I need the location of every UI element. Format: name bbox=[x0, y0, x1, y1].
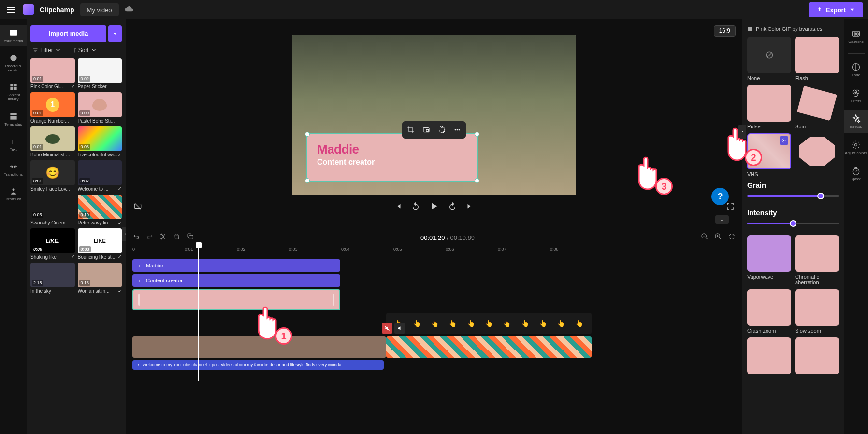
effect-slow-zoom[interactable]: Slow zoom bbox=[795, 289, 839, 334]
audio-track[interactable]: ♪ Welcome to my YouTube channel. I post … bbox=[132, 360, 742, 370]
detach-audio-icon[interactable] bbox=[382, 323, 392, 334]
wavy-clip[interactable] bbox=[386, 336, 592, 358]
effect-vaporwave[interactable]: Vaporwave bbox=[747, 235, 791, 285]
redo-icon[interactable] bbox=[146, 233, 154, 242]
skip-back-icon[interactable] bbox=[394, 202, 403, 212]
audio-clip[interactable]: ♪ Welcome to my YouTube channel. I post … bbox=[132, 360, 384, 370]
effect-flash[interactable]: Flash bbox=[795, 37, 839, 81]
media-item[interactable]: 10:01Orange Number... bbox=[30, 92, 75, 123]
caption-toggle-icon[interactable] bbox=[133, 202, 142, 212]
aspect-ratio-button[interactable]: 16:9 bbox=[714, 25, 736, 37]
media-item[interactable]: 0:02Paper Sticker bbox=[78, 58, 122, 89]
rail-captions[interactable]: CC Captions bbox=[844, 25, 868, 48]
intensity-slider[interactable] bbox=[747, 220, 839, 227]
svg-rect-7 bbox=[10, 116, 14, 120]
rail-your-media[interactable]: Your media bbox=[0, 25, 27, 46]
media-item[interactable]: 0:07Welcome to ...✓ bbox=[78, 160, 122, 191]
export-label: Export bbox=[826, 6, 846, 14]
rail-record[interactable]: Record & create bbox=[0, 50, 27, 76]
media-item[interactable]: LIKE.0:06Shaking like✓ bbox=[30, 228, 75, 259]
rail-fade[interactable]: Fade bbox=[844, 58, 868, 82]
media-item[interactable]: 0:01Boho Minimalist ... bbox=[30, 126, 75, 157]
media-item[interactable]: 0:05Swooshy Cinem... bbox=[30, 195, 75, 225]
timecode: 00:01.20 / 00:10.89 bbox=[420, 234, 475, 241]
zoom-out-icon[interactable] bbox=[701, 233, 709, 242]
zoom-in-icon[interactable] bbox=[714, 233, 722, 242]
collapse-preview-icon[interactable]: ⌄ bbox=[715, 215, 729, 224]
rail-speed[interactable]: Speed bbox=[844, 162, 868, 185]
effect-none[interactable]: None bbox=[747, 37, 791, 81]
cloud-sync-icon[interactable] bbox=[125, 4, 133, 15]
delete-icon[interactable] bbox=[173, 233, 181, 242]
filter-button[interactable]: Filter bbox=[32, 47, 61, 54]
text-track[interactable]: T Content creator bbox=[132, 274, 742, 287]
media-item[interactable]: 😊0:01Smiley Face Lov... bbox=[30, 160, 75, 191]
skip-forward-icon[interactable] bbox=[465, 202, 474, 212]
playhead[interactable] bbox=[198, 246, 199, 381]
effect-item[interactable] bbox=[795, 337, 839, 374]
media-item[interactable]: LIKE0:03Bouncing like sti...✓ bbox=[78, 228, 122, 259]
media-item[interactable]: 0:00Pastel Boho Sti... bbox=[78, 92, 122, 123]
title-card-overlay[interactable]: Maddie Content creator bbox=[306, 133, 478, 182]
rail-filters[interactable]: Filters bbox=[844, 84, 868, 108]
rail-effects[interactable]: Effects bbox=[844, 110, 868, 133]
preview-canvas[interactable]: Maddie Content creator bbox=[292, 35, 576, 195]
import-dropdown[interactable] bbox=[108, 25, 122, 42]
title-text: Maddie bbox=[317, 142, 467, 157]
duplicate-icon[interactable] bbox=[187, 233, 194, 242]
effect-spin[interactable]: Spin bbox=[795, 85, 839, 129]
timeline-ruler[interactable]: 0 0:01 0:02 0:03 0:04 0:05 0:06 0:07 0:0… bbox=[132, 246, 742, 256]
media-item[interactable]: 0:08Live colourful wa...✓ bbox=[78, 126, 122, 157]
like-clip[interactable]: 👆👆👆👆👆👆👆👆👆👆👆 bbox=[386, 313, 592, 334]
pip-icon[interactable] bbox=[420, 124, 432, 136]
grain-slider[interactable] bbox=[747, 192, 839, 200]
effect-chromatic[interactable]: Chromatic aberration bbox=[795, 235, 839, 285]
gif-clip-selected[interactable] bbox=[132, 289, 340, 310]
tutorial-hand-3: 3 bbox=[634, 152, 668, 193]
rail-brand-kit[interactable]: Brand kit bbox=[0, 183, 27, 205]
fullscreen-icon[interactable] bbox=[726, 202, 735, 212]
overlay-track-2[interactable]: 👆👆👆👆👆👆👆👆👆👆👆 bbox=[132, 313, 742, 334]
audio-mute-icon[interactable] bbox=[394, 323, 405, 334]
preview-area: 16:9 Maddie Content creator bbox=[126, 19, 742, 229]
fit-icon[interactable] bbox=[728, 233, 736, 242]
rotate-icon[interactable] bbox=[436, 124, 448, 136]
left-rail: Your media Record & create Content libra… bbox=[0, 19, 27, 434]
svg-rect-19 bbox=[189, 235, 193, 239]
effect-item[interactable] bbox=[747, 337, 791, 374]
text-track[interactable]: T Maddie bbox=[132, 259, 742, 272]
svg-point-15 bbox=[459, 129, 460, 130]
split-icon[interactable] bbox=[159, 233, 167, 242]
media-item[interactable]: 0:01Pink Color Gl...✓ bbox=[30, 58, 75, 89]
overlay-track[interactable] bbox=[132, 289, 742, 310]
text-icon: T bbox=[137, 263, 143, 268]
rail-adjust-colors[interactable]: Adjust colors bbox=[844, 136, 868, 159]
sort-button[interactable]: Sort bbox=[71, 47, 97, 54]
project-tab[interactable]: My video bbox=[80, 3, 119, 16]
text-clip[interactable]: T Maddie bbox=[132, 259, 340, 272]
effect-pulse[interactable]: Pulse bbox=[747, 85, 791, 129]
play-icon[interactable] bbox=[429, 201, 439, 213]
forward-icon[interactable] bbox=[448, 202, 457, 212]
rail-templates[interactable]: Templates bbox=[0, 109, 27, 130]
rail-transitions[interactable]: Transitions bbox=[0, 159, 27, 180]
rail-content-library[interactable]: Content library bbox=[0, 79, 27, 105]
svg-point-17 bbox=[161, 234, 162, 235]
effect-crash-zoom[interactable]: Crash zoom bbox=[747, 289, 791, 334]
media-item[interactable]: 2:18In the sky bbox=[30, 263, 75, 294]
topbar: Clipchamp My video Export bbox=[0, 0, 868, 19]
video-track[interactable] bbox=[132, 336, 742, 358]
crop-icon[interactable] bbox=[405, 124, 417, 136]
undo-icon[interactable] bbox=[132, 233, 140, 242]
import-media-button[interactable]: Import media bbox=[30, 25, 106, 42]
rewind-icon[interactable] bbox=[411, 202, 420, 212]
export-button[interactable]: Export bbox=[809, 2, 863, 17]
effect-hex[interactable] bbox=[795, 133, 839, 178]
menu-icon[interactable] bbox=[5, 5, 17, 14]
media-item[interactable]: 0:18Woman sittin...✓ bbox=[78, 263, 122, 294]
text-clip[interactable]: T Content creator bbox=[132, 274, 340, 287]
rail-text[interactable]: T Text bbox=[0, 134, 27, 155]
more-icon[interactable] bbox=[451, 124, 463, 136]
help-button[interactable]: ? bbox=[711, 188, 729, 205]
media-item[interactable]: 0:10Retro wavy lin...✓ bbox=[78, 195, 122, 225]
